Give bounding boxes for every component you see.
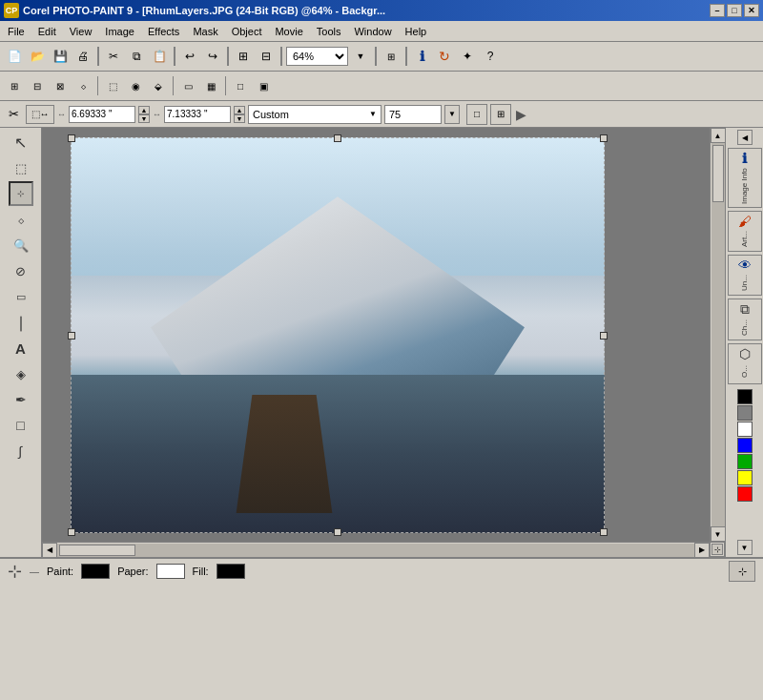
zoom-tool-btn[interactable]: 🔍 — [9, 233, 33, 257]
tool2-6[interactable]: ◉ — [125, 75, 146, 96]
menu-tools[interactable]: Tools — [311, 24, 347, 39]
tool2-1[interactable]: ⊞ — [4, 75, 25, 96]
tool2-4[interactable]: ⬦ — [72, 75, 93, 96]
help2-btn[interactable]: ? — [480, 46, 501, 67]
export-btn[interactable]: ⊟ — [256, 46, 277, 67]
workspace: ↖ ⬚ ⊹ ⬦ 🔍 ⊘ ▭ ∣ A ◈ ✒ □ ∫ — [0, 128, 763, 557]
node-tool-btn[interactable]: ⬦ — [9, 207, 33, 232]
right-panel-scroll-up[interactable]: ◀ — [737, 130, 753, 145]
w-input[interactable]: 7.13333 " — [164, 106, 231, 123]
text-tool-btn[interactable]: A — [9, 336, 33, 360]
sep2 — [174, 47, 175, 66]
right-panel-scroll-down[interactable]: ▼ — [737, 540, 753, 555]
crop-tool-btn[interactable]: ⊹ — [9, 181, 33, 206]
fx-btn[interactable]: ✦ — [457, 46, 478, 67]
x-spinner[interactable]: ▲ ▼ — [138, 106, 150, 123]
tool2-9[interactable]: ▦ — [200, 75, 221, 96]
paper-color-box[interactable] — [156, 564, 185, 579]
ch-btn[interactable]: ⧉ Ch... — [728, 299, 762, 340]
tool2-3[interactable]: ⊠ — [50, 75, 71, 96]
curve-tool-btn[interactable]: ∫ — [9, 439, 33, 463]
open-btn[interactable]: 📂 — [27, 46, 48, 67]
color-blue[interactable] — [737, 438, 753, 453]
color-yellow[interactable] — [737, 470, 753, 485]
minimize-btn[interactable]: – — [710, 4, 725, 17]
preset-dropdown[interactable]: Custom ▼ — [248, 105, 382, 124]
tool2-5[interactable]: ⬚ — [102, 75, 123, 96]
value-input[interactable]: 75 — [384, 105, 442, 124]
new-btn[interactable]: 📄 — [4, 46, 25, 67]
w-down[interactable]: ▼ — [234, 114, 245, 123]
menu-view[interactable]: View — [64, 24, 98, 39]
more-options-icon[interactable]: ▶ — [516, 107, 526, 122]
menu-image[interactable]: Image — [99, 24, 140, 39]
maximize-btn[interactable]: □ — [727, 4, 742, 17]
un-btn[interactable]: 👁 Un... — [728, 255, 762, 296]
transform-icon-btn[interactable]: ⬚↔ — [26, 105, 54, 124]
color-green[interactable] — [737, 454, 753, 469]
status-extra-btn[interactable]: ⊹ — [729, 561, 755, 582]
menu-effects[interactable]: Effects — [142, 24, 185, 39]
menu-file[interactable]: File — [2, 24, 31, 39]
o-btn[interactable]: ⬡ O... — [728, 343, 762, 384]
import-btn[interactable]: ⊞ — [233, 46, 254, 67]
menu-help[interactable]: Help — [400, 24, 433, 39]
color-red[interactable] — [737, 486, 753, 502]
vscroll-up-btn[interactable]: ▲ — [711, 128, 726, 143]
hscroll-right-btn[interactable]: ▶ — [694, 543, 710, 558]
crop-icon[interactable]: ✂ — [4, 105, 23, 124]
w-up[interactable]: ▲ — [234, 106, 245, 114]
save-btn[interactable]: 💾 — [50, 46, 71, 67]
refresh-btn[interactable]: ↻ — [434, 46, 455, 67]
pen-tool-btn[interactable]: ✒ — [9, 387, 33, 412]
rectangle-tool-btn[interactable]: □ — [9, 413, 33, 438]
paint-color-box[interactable] — [81, 564, 110, 579]
menu-movie[interactable]: Movie — [269, 24, 308, 39]
w-spinner[interactable]: ▲ ▼ — [234, 106, 245, 123]
arrow-tool-btn[interactable]: ↖ — [9, 130, 33, 154]
x-input[interactable]: 6.69333 " — [69, 106, 135, 123]
tool2-10[interactable]: □ — [230, 75, 251, 96]
vscroll-thumb[interactable] — [712, 145, 724, 202]
x-up[interactable]: ▲ — [138, 106, 150, 114]
hscroll-left-btn[interactable]: ◀ — [42, 543, 57, 558]
color-gray[interactable] — [737, 405, 753, 421]
eraser-tool-btn[interactable]: ▭ — [9, 284, 33, 309]
redo-btn[interactable]: ↪ — [202, 46, 223, 67]
menu-object[interactable]: Object — [226, 24, 268, 39]
zoom-select[interactable]: 64% 25% 50% 100% 200% — [286, 47, 348, 66]
menu-window[interactable]: Window — [348, 24, 397, 39]
hscroll-track[interactable] — [57, 544, 694, 557]
fill-tool-btn[interactable]: ◈ — [9, 361, 33, 386]
color-white[interactable] — [737, 422, 753, 437]
view-enhanced-btn[interactable]: ⊞ — [490, 104, 511, 125]
x-down[interactable]: ▼ — [138, 114, 150, 123]
print-btn[interactable]: 🖨 — [72, 46, 93, 67]
image-info-btn[interactable]: ℹ Image Info — [728, 148, 762, 208]
color-black[interactable] — [737, 389, 753, 404]
info-btn[interactable]: ℹ — [411, 46, 432, 67]
value-dropdown-btn[interactable]: ▼ — [444, 105, 460, 124]
cut-btn[interactable]: ✂ — [103, 46, 124, 67]
tool2-8[interactable]: ▭ — [177, 75, 198, 96]
zoom-dropdown-arrow[interactable]: ▼ — [350, 46, 371, 67]
tool2-11[interactable]: ▣ — [253, 75, 274, 96]
tool2-2[interactable]: ⊟ — [27, 75, 48, 96]
paint-tool-btn[interactable]: ∣ — [9, 310, 33, 335]
copy-btn[interactable]: ⧉ — [126, 46, 147, 67]
fit-btn[interactable]: ⊞ — [381, 46, 402, 67]
art-btn[interactable]: 🖌 Art... — [728, 211, 762, 252]
menu-mask[interactable]: Mask — [187, 24, 223, 39]
paste-btn[interactable]: 📋 — [149, 46, 170, 67]
fill-color-box[interactable] — [217, 564, 245, 579]
vscroll-track[interactable] — [711, 143, 725, 526]
eyedropper-tool-btn[interactable]: ⊘ — [9, 258, 33, 283]
view-normal-btn[interactable]: □ — [466, 104, 487, 125]
menu-edit[interactable]: Edit — [32, 24, 62, 39]
hscroll-thumb[interactable] — [59, 545, 135, 556]
tool2-7[interactable]: ⬙ — [148, 75, 169, 96]
vscroll-down-btn[interactable]: ▼ — [711, 526, 726, 542]
close-btn[interactable]: ✕ — [744, 4, 759, 17]
transform-tool-btn[interactable]: ⬚ — [9, 155, 33, 180]
undo-btn[interactable]: ↩ — [179, 46, 200, 67]
